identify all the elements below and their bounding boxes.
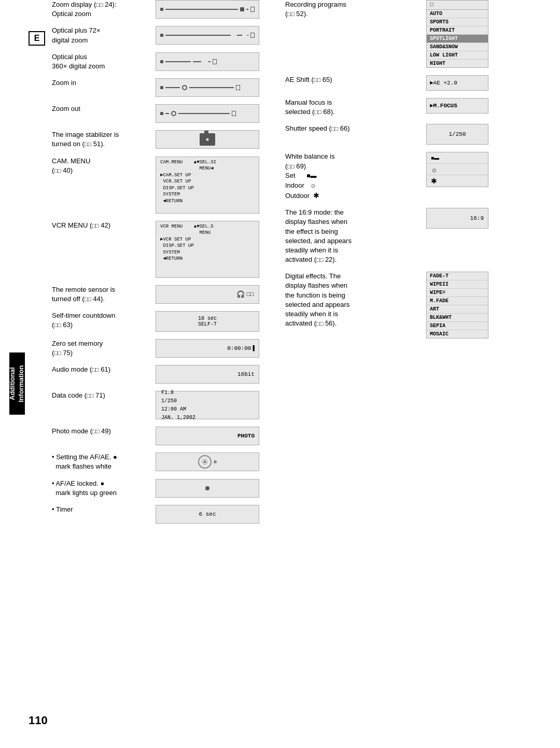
effect-mosaic: MOSAIC [427, 330, 488, 338]
ratio-mode-display: 16:9 [426, 208, 488, 229]
vcr-menu-screen: VCR MENU ▲▼SEL.S MENU ►VCR SET UP DISP.S… [156, 221, 259, 278]
zero-set-value: 0:00:00▐ [227, 345, 255, 351]
ae-shift-label: AE Shift (□□ 65) [285, 75, 420, 84]
page-number: 110 [29, 714, 48, 727]
zoom-in-row: Zoom in [52, 78, 280, 97]
zoom-out-label: Zoom out [52, 104, 150, 114]
optical-360-screen [156, 52, 259, 71]
e-label: E [29, 31, 45, 46]
recording-programs-label: Recording programs(□□ 52). [285, 0, 420, 19]
afae-locked-row: • AF/AE locked. ● mark lights up green [52, 479, 280, 498]
remote-sensor-label: The remote sensor isturned off (□□ 44). [52, 285, 150, 304]
digital-effects-display: FADE-T WIPEII WIPE= M.FADE ART BLK&WHT S… [426, 272, 488, 338]
shutter-speed-label: Shutter speed (□□ 66) [285, 124, 420, 133]
sidebar-additional-info: Additional Information [9, 352, 25, 415]
zoom-optical-screen [156, 0, 259, 19]
white-balance-display: ■▬ ☼ ✱ [426, 152, 488, 187]
manual-focus-screen: ►M.FOCUS [426, 98, 488, 114]
ae-shift-display: ►AE +2.0 [426, 75, 488, 91]
ratio-value: 16:9 [470, 215, 484, 221]
left-column: Zoom display (□□ 24): Optical zoom Optic… [52, 0, 280, 531]
data-code-line4: JAN. 1,2002 [161, 414, 195, 422]
shutter-speed-screen: 1/250 [426, 124, 488, 145]
recording-programs-row: Recording programs(□□ 52). □ AUTO SPORTS… [285, 0, 503, 68]
ratio-screen: 16:9 [426, 208, 488, 229]
data-code-line1: F1.8 [161, 389, 174, 397]
self-timer-row: Self-timer countdown(□□ 63) 10 sec SELF-… [52, 311, 280, 332]
wb-set: ■▬ [427, 152, 488, 164]
optical-72-row: Optical plus 72×digital zoom [52, 26, 280, 45]
remote-sensor-screen: 🎧 □□ [156, 285, 259, 304]
afae-locked-label: • AF/AE locked. ● mark lights up green [52, 479, 150, 498]
zoom-display-row: Zoom display (□□ 24): Optical zoom [52, 0, 280, 19]
self-timer-screen: 10 sec SELF-T [156, 311, 259, 332]
stabilizer-screen: ■ [156, 130, 259, 149]
ratio-mode-row: The 16:9 mode: the display flashes when … [285, 208, 503, 264]
sidebar-line1: Additional [8, 365, 17, 402]
data-code-line3: 12:00 AM [161, 405, 186, 414]
wb-screen: ■▬ ☼ ✱ [426, 152, 488, 187]
prog-sandsnow: SAND&SNOW [427, 43, 488, 51]
photo-mode-label: Photo mode (□□ 49) [52, 427, 150, 436]
recording-programs-display: □ AUTO SPORTS PORTRAIT SPOTLIGHT SAND&SN… [426, 0, 488, 68]
ratio-mode-label: The 16:9 mode: the display flashes when … [285, 208, 420, 264]
cam-menu-text: CAM.MENU ▲▼SEL.SI MENU◄ ►CAM.SET UP VCR.… [160, 159, 216, 205]
prog-auto: AUTO [427, 10, 488, 18]
data-code-row: Data code (□□ 71) F1.8 1/250 12:00 AM JA… [52, 391, 280, 419]
zoom-out-row: Zoom out [52, 104, 280, 123]
effect-wipeii: WIPEII [427, 280, 488, 289]
zero-set-screen: 0:00:00▐ [156, 339, 259, 358]
afae-flash-screen [156, 453, 259, 471]
effect-sepia: SEPIA [427, 322, 488, 330]
effect-blkwht: BLK&WHT [427, 314, 488, 322]
timer-row: • Timer 6 sec [52, 505, 280, 524]
vcr-menu-label: VCR MENU (□□ 42) [52, 221, 150, 230]
zero-set-label: Zero set memory(□□ 75) [52, 339, 150, 358]
prog-item-top: □ [427, 1, 488, 10]
digital-effects-row: Digital effects. The display flashes whe… [285, 272, 503, 338]
ae-shift-value: ►AE +2.0 [430, 80, 457, 86]
zero-set-row: Zero set memory(□□ 75) 0:00:00▐ [52, 339, 280, 358]
prog-portrait: PORTRAIT [427, 26, 488, 35]
audio-mode-screen: 16bit [156, 365, 259, 384]
manual-focus-value: ►M.FOCUS [430, 103, 457, 109]
audio-mode-value: 16bit [237, 371, 255, 377]
stabilizer-row: The image stabilizer isturned on (□□ 51)… [52, 130, 280, 149]
data-code-line2: 1/250 [161, 397, 177, 405]
audio-mode-label: Audio mode (□□ 61) [52, 365, 150, 374]
prog-lowlight: LOW LIGHT [427, 51, 488, 60]
prog-sports: SPORTS [427, 18, 488, 26]
e-label-text: E [34, 34, 40, 43]
timer-value: 6 sec [199, 511, 216, 517]
prog-night: NIGHT [427, 60, 488, 67]
afae-locked-screen [156, 479, 259, 498]
remote-sensor-row: The remote sensor isturned off (□□ 44). … [52, 285, 280, 304]
self-timer-label: Self-timer countdown(□□ 63) [52, 311, 150, 330]
vcr-menu-text: VCR MENU ▲▼SEL.S MENU ►VCR SET UP DISP.S… [160, 223, 214, 263]
effect-fade-t: FADE-T [427, 272, 488, 280]
white-balance-label: White balance is(□□ 69) Set ■▬ Indoor ☼ … [285, 152, 420, 201]
manual-focus-display: ►M.FOCUS [426, 98, 488, 114]
optical-72-label: Optical plus 72×digital zoom [52, 26, 150, 45]
ae-shift-screen: ►AE +2.0 [426, 75, 488, 91]
sidebar-line2: Information [17, 365, 26, 402]
photo-mode-screen: PHOTO [156, 427, 259, 445]
photo-mode-value: PHOTO [237, 433, 255, 439]
cam-menu-row: CAM. MENU(□□ 40) CAM.MENU ▲▼SEL.SI MENU◄… [52, 157, 280, 214]
effect-wipe: WIPE= [427, 289, 488, 297]
optical-360-row: Optical plus360× digital zoom [52, 52, 280, 71]
self-timer-line2: SELF-T [198, 321, 217, 327]
shutter-speed-display: 1/250 [426, 124, 488, 145]
prog-spotlight: SPOTLIGHT [427, 35, 488, 43]
wb-outdoor: ✱ [427, 175, 488, 187]
effects-list: FADE-T WIPEII WIPE= M.FADE ART BLK&WHT S… [426, 272, 488, 338]
optical-360-label: Optical plus360× digital zoom [52, 52, 150, 71]
effect-mfade: M.FADE [427, 297, 488, 305]
cam-menu-label: CAM. MENU(□□ 40) [52, 157, 150, 175]
zoom-out-screen [156, 104, 259, 123]
white-balance-row: White balance is(□□ 69) Set ■▬ Indoor ☼ … [285, 152, 503, 201]
manual-focus-label: Manual focus isselected (□□ 68). [285, 98, 420, 117]
zoom-in-screen [156, 78, 259, 97]
zoom-in-label: Zoom in [52, 78, 150, 88]
shutter-value: 1/250 [449, 131, 466, 137]
